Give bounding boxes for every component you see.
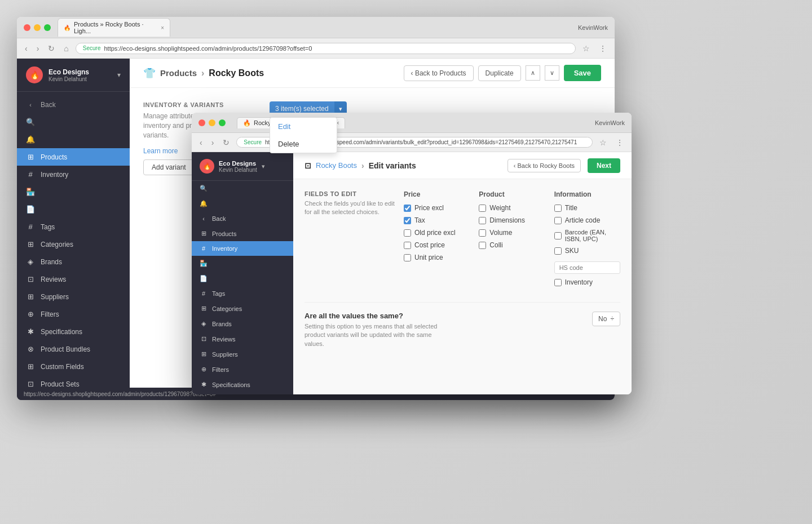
sidebar-item-custom-fields[interactable]: ⊞ Custom Fields [17, 358, 130, 375]
sec-maximize-button[interactable] [219, 119, 226, 126]
checkbox-inventory[interactable] [554, 279, 562, 286]
sec-brand-name: Eco Designs [219, 160, 257, 167]
sidebar-item-filters[interactable]: ⊕ Filters [17, 305, 130, 323]
checkbox-tax[interactable] [404, 217, 411, 224]
forward-nav-btn[interactable]: › [34, 43, 42, 54]
learn-more-link[interactable]: Learn more [143, 147, 178, 155]
sec-forward-btn[interactable]: › [209, 137, 217, 148]
sec-sidebar-item-bundles[interactable]: ⊗ Product Bundles [192, 392, 293, 394]
label-title: Title [565, 204, 577, 212]
checkbox-weight[interactable] [479, 205, 486, 212]
sec-reload-btn[interactable]: ↻ [220, 137, 232, 148]
save-btn[interactable]: Save [564, 65, 601, 81]
next-btn[interactable]: Next [588, 158, 620, 173]
home-btn[interactable]: ⌂ [61, 43, 70, 54]
sec-sidebar-brands-label: Brands [212, 321, 232, 327]
sec-sidebar-item-back[interactable]: ‹ Back [192, 211, 293, 226]
checkbox-price-excl[interactable] [404, 205, 411, 212]
reload-btn[interactable]: ↻ [46, 43, 57, 54]
menu-btn[interactable]: ⋮ [597, 43, 609, 54]
page-breadcrumb: 👕 Products › Rocky Boots [143, 67, 397, 79]
sidebar-item-label-filters: Filters [41, 310, 59, 318]
sidebar-item-products[interactable]: ⊞ Products [17, 148, 130, 166]
sidebar-item-brands[interactable]: ◈ Brands [17, 253, 130, 270]
checkbox-sku[interactable] [554, 247, 562, 255]
sec-sidebar-item-products[interactable]: ⊞ Products [192, 226, 293, 241]
field-price-excl: Price excl [404, 204, 470, 212]
sec-menu-btn[interactable]: ⋮ [614, 137, 626, 148]
checkbox-unit-price[interactable] [404, 254, 411, 261]
checkbox-cost-price[interactable] [404, 242, 411, 249]
sidebar-item-categories[interactable]: ⊞ Categories [17, 236, 130, 253]
sec-brand-info: Eco Designs Kevin Delahunt [219, 160, 257, 173]
price-column-heading: Price [404, 190, 470, 198]
sec-sidebar-brand[interactable]: 🔥 Eco Designs Kevin Delahunt ▾ [192, 152, 293, 181]
fields-to-edit-desc-text: Check the fields you'd like to edit for … [304, 199, 395, 217]
sidebar-bell-row[interactable]: 🔔 [17, 131, 130, 148]
bookmark-btn[interactable]: ☆ [580, 43, 592, 54]
sec-categories-icon: ⊞ [200, 305, 208, 312]
maximize-button[interactable] [44, 24, 51, 31]
sec-sidebar-item-inventory[interactable]: # Inventory [192, 241, 293, 256]
url-bar[interactable]: Secure https://eco-designs.shoplightspee… [76, 43, 576, 54]
sec-close-button[interactable] [198, 119, 205, 126]
minimize-button[interactable] [34, 24, 41, 31]
prev-product-btn[interactable]: ∧ [526, 65, 540, 81]
sidebar-blog-row[interactable]: 📄 [17, 201, 130, 218]
checkbox-volume[interactable] [479, 229, 486, 237]
sec-suppliers-icon: ⊞ [200, 350, 208, 358]
sec-sidebar-item-filters[interactable]: ⊕ Filters [192, 362, 293, 377]
sec-bookmark-btn[interactable]: ☆ [597, 137, 609, 148]
checkbox-dimensions[interactable] [479, 217, 486, 224]
sidebar-search-row[interactable]: 🔍 [17, 113, 130, 131]
sec-sidebar-store[interactable]: 🏪 [192, 256, 293, 271]
sec-back-to-rocky-boots-btn[interactable]: ‹ Back to Rocky Boots [508, 159, 581, 172]
breadcrumb-current-page: Rocky Boots [209, 68, 264, 78]
checkbox-title[interactable] [554, 205, 562, 212]
sidebar-item-suppliers[interactable]: ⊞ Suppliers [17, 288, 130, 305]
sec-sidebar-blog[interactable]: 📄 [192, 271, 293, 286]
sidebar-item-specifications[interactable]: ✱ Specifications [17, 323, 130, 340]
sec-sidebar-bell[interactable]: 🔔 [192, 196, 293, 211]
tab-close-btn[interactable]: × [161, 25, 164, 31]
next-product-btn[interactable]: ∨ [545, 65, 559, 81]
sec-sidebar-item-categories[interactable]: ⊞ Categories [192, 301, 293, 316]
dropdown-delete[interactable]: Delete [270, 135, 337, 153]
sec-sidebar-products-label: Products [212, 230, 236, 237]
sidebar-item-back[interactable]: ‹ Back [17, 96, 130, 113]
field-unit-price: Unit price [404, 254, 470, 261]
sec-minimize-button[interactable] [209, 119, 215, 126]
sec-sidebar-reviews-label: Reviews [212, 336, 236, 343]
sec-sidebar-item-specifications[interactable]: ✱ Specifications [192, 377, 293, 392]
close-button[interactable] [24, 24, 30, 31]
checkbox-old-price[interactable] [404, 229, 411, 237]
tab-bar: 🔥 Products » Rocky Boots · Ligh... × [58, 18, 578, 37]
duplicate-btn[interactable]: Duplicate [478, 65, 521, 81]
checkbox-article-code[interactable] [554, 217, 562, 224]
sidebar-item-tags[interactable]: # Tags [17, 218, 130, 236]
sidebar-store-row[interactable]: 🏪 [17, 183, 130, 201]
sec-sidebar-item-suppliers[interactable]: ⊞ Suppliers [192, 347, 293, 362]
hs-code-input[interactable] [554, 261, 620, 274]
sidebar-brand[interactable]: 🔥 Eco Designs Kevin Delahunt ▾ [17, 59, 130, 92]
sec-sidebar-item-brands[interactable]: ◈ Brands [192, 316, 293, 331]
same-values-select[interactable]: No ÷ [592, 312, 620, 326]
same-values-row: Are all the values the same? Setting thi… [304, 312, 620, 348]
browser-tab-products[interactable]: 🔥 Products » Rocky Boots · Ligh... × [58, 18, 170, 37]
dropdown-edit[interactable]: Edit [270, 118, 337, 135]
sec-sidebar-search[interactable]: 🔍 [192, 181, 293, 196]
address-bar: ‹ › ↻ ⌂ Secure https://eco-designs.shopl… [17, 38, 615, 59]
sec-sidebar-item-reviews[interactable]: ⊡ Reviews [192, 331, 293, 347]
add-variant-btn[interactable]: Add variant [143, 159, 195, 175]
sec-sidebar-item-tags[interactable]: # Tags [192, 286, 293, 301]
sidebar-item-reviews[interactable]: ⊡ Reviews [17, 270, 130, 288]
back-nav-btn[interactable]: ‹ [23, 43, 30, 54]
sidebar-item-inventory[interactable]: # Inventory [17, 166, 130, 183]
checkbox-barcode[interactable] [554, 232, 562, 239]
sec-back-btn[interactable]: ‹ [197, 137, 205, 148]
back-to-products-btn[interactable]: ‹ Back to Products [404, 65, 474, 81]
field-weight: Weight [479, 204, 545, 212]
checkbox-colli[interactable] [479, 242, 486, 249]
label-old-price: Old price excl [414, 229, 456, 237]
sidebar-item-product-bundles[interactable]: ⊗ Product Bundles [17, 340, 130, 358]
